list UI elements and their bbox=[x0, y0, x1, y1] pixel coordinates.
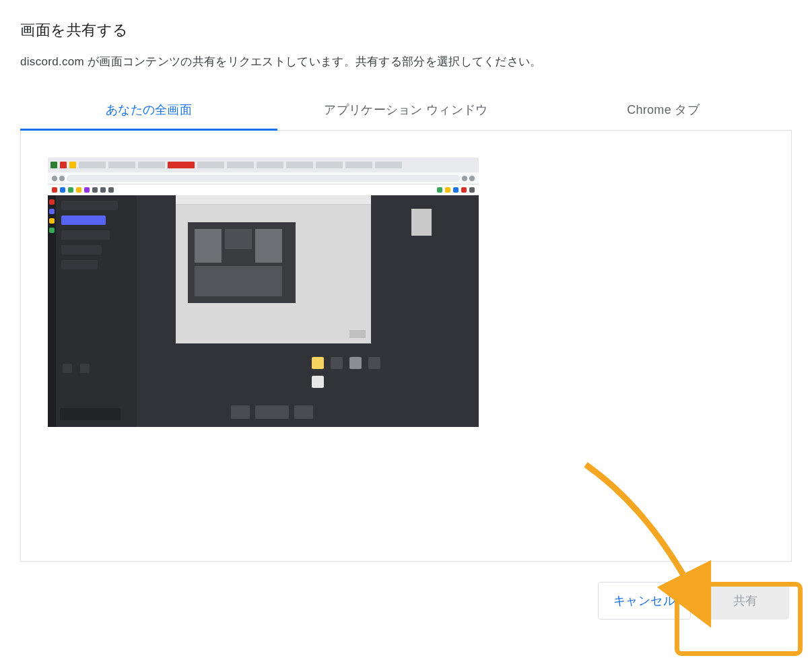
share-content-area bbox=[20, 131, 792, 562]
tab-entire-screen[interactable]: あなたの全画面 bbox=[20, 91, 277, 131]
thumbnail-browser-addressbar bbox=[48, 172, 479, 185]
cancel-button[interactable]: キャンセル bbox=[598, 582, 691, 620]
tab-chrome-tab[interactable]: Chrome タブ bbox=[535, 91, 792, 130]
dialog-title: 画面を共有する bbox=[20, 20, 792, 40]
share-tabs: あなたの全画面 アプリケーション ウィンドウ Chrome タブ bbox=[20, 91, 792, 131]
screen-thumbnail[interactable] bbox=[48, 158, 479, 427]
thumbnail-browser-bookmarkbar bbox=[48, 185, 479, 195]
tab-application-window[interactable]: アプリケーション ウィンドウ bbox=[277, 91, 535, 130]
dialog-footer: キャンセル 共有 bbox=[20, 562, 792, 620]
thumbnail-app-body bbox=[48, 195, 479, 427]
dialog-subtitle: discord.com が画面コンテンツの共有をリクエストしています。共有する部… bbox=[20, 54, 792, 69]
thumbnail-browser-tabbar bbox=[48, 158, 479, 172]
share-button[interactable]: 共有 bbox=[702, 582, 789, 620]
